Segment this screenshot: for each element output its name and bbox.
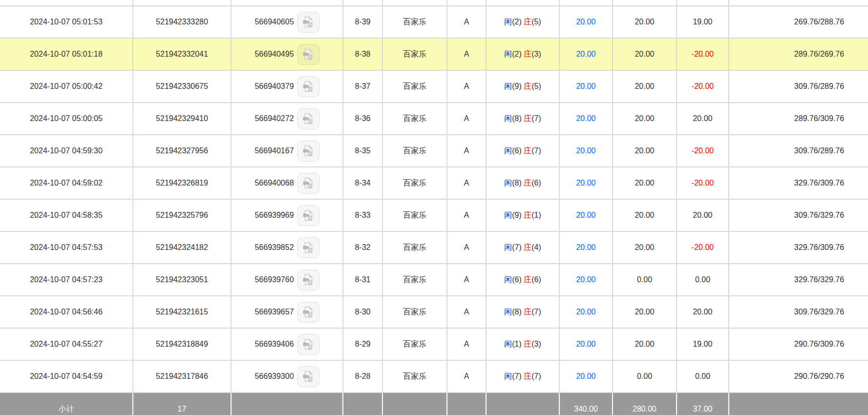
video-replay-button[interactable] [297, 76, 319, 97]
player-score: (2) [512, 18, 522, 26]
bet-amount-cell: 20.00 [559, 167, 613, 199]
bet-amount-link[interactable]: 20.00 [576, 114, 595, 123]
bet-time: 2024-10-07 04:55:27 [0, 328, 133, 360]
banker-label: 庄 [524, 308, 531, 316]
valid-bet-amount: 20.00 [613, 103, 677, 135]
video-replay-button[interactable] [297, 44, 319, 65]
player-label: 闲 [504, 243, 512, 251]
banker-score: (7) [531, 372, 541, 380]
game-number: 566940605 [254, 18, 294, 26]
bet-time: 2024-10-07 05:00:42 [0, 70, 133, 103]
bet-amount-link[interactable]: 20.00 [576, 146, 595, 155]
video-replay-button[interactable] [297, 205, 319, 226]
video-file-icon [302, 145, 315, 157]
balance-before-after: 329.76/329.76 [729, 264, 868, 296]
bet-amount-link[interactable]: 20.00 [576, 82, 595, 90]
bet-time: 2024-10-07 04:57:53 [0, 231, 133, 264]
player-score: (9) [512, 211, 522, 219]
valid-bet-amount: 0.00 [613, 264, 677, 296]
bet-amount-link[interactable]: 20.00 [576, 340, 595, 348]
round-number: 8-33 [343, 199, 382, 231]
video-replay-button[interactable] [297, 173, 319, 194]
balance-before-after: 309.76/289.76 [729, 70, 868, 103]
order-number: 521942330675 [133, 70, 231, 103]
bet-amount-cell: 20.00 [559, 264, 613, 296]
bet-amount-link[interactable]: 20.00 [576, 372, 595, 380]
video-file-icon [302, 273, 315, 286]
video-replay-button[interactable] [297, 108, 319, 129]
table-label: A [447, 38, 486, 70]
round-number: 8-28 [343, 360, 382, 393]
video-replay-button[interactable] [297, 12, 319, 33]
round-number: 8-32 [343, 231, 382, 264]
order-number: 521942326819 [133, 167, 231, 199]
game-result: 闲(7) 庄(4) [486, 231, 559, 264]
banker-score: (7) [531, 308, 541, 316]
player-score: (8) [512, 179, 522, 187]
bet-time: 2024-10-07 04:56:46 [0, 296, 133, 328]
game-number-cell: 566940272 [231, 103, 343, 135]
bet-record-row: 2024-10-07 04:56:46 521942321615 5669396… [0, 296, 868, 328]
subtotal-row: 小计 17 340.00 280.00 37.00 [0, 393, 868, 415]
subtotal-win-loss: 37.00 [677, 393, 729, 415]
banker-label: 庄 [524, 340, 531, 348]
table-label: A [447, 231, 486, 264]
bet-record-row: 2024-10-07 04:58:35 521942325796 5669399… [0, 199, 868, 231]
banker-score: (6) [531, 275, 541, 284]
order-number: 521942327956 [133, 135, 231, 167]
video-file-icon [302, 338, 315, 351]
video-replay-button[interactable] [297, 334, 319, 355]
game-number: 566939300 [254, 372, 294, 381]
video-replay-button[interactable] [297, 141, 319, 162]
win-loss-amount: 19.00 [677, 328, 729, 360]
bet-amount-link[interactable]: 20.00 [576, 179, 595, 187]
bet-amount-link[interactable]: 20.00 [576, 308, 595, 316]
bet-time: 2024-10-07 04:57:23 [0, 264, 133, 296]
bet-amount-link[interactable]: 20.00 [576, 243, 595, 251]
bet-amount-link[interactable]: 20.00 [576, 50, 595, 58]
banker-score: (7) [531, 146, 541, 155]
bet-time: 2024-10-07 05:00:05 [0, 103, 133, 135]
banker-score: (7) [531, 114, 541, 123]
video-replay-button[interactable] [297, 366, 319, 387]
player-score: (9) [512, 82, 522, 90]
table-label: A [447, 167, 486, 199]
order-number: 521942325796 [133, 199, 231, 231]
game-result: 闲(2) 庄(3) [486, 38, 559, 70]
player-score: (8) [512, 114, 522, 123]
bet-amount-link[interactable]: 20.00 [576, 18, 595, 26]
win-loss-amount: 0.00 [677, 360, 729, 393]
win-loss-amount: 19.00 [677, 6, 729, 38]
valid-bet-amount: 20.00 [613, 38, 677, 70]
subtotal-count: 17 [133, 393, 231, 415]
player-score: (6) [512, 275, 522, 284]
bet-time: 2024-10-07 04:59:30 [0, 135, 133, 167]
game-result: 闲(8) 庄(7) [486, 103, 559, 135]
bet-time: 2024-10-07 04:59:02 [0, 167, 133, 199]
game-number-cell: 566940379 [231, 70, 343, 103]
table-label: A [447, 328, 486, 360]
player-score: (6) [512, 146, 522, 155]
game-type: 百家乐 [382, 135, 447, 167]
video-file-icon [302, 306, 315, 318]
win-loss-amount: 20.00 [677, 199, 729, 231]
player-score: (8) [512, 308, 522, 316]
bet-amount-cell: 20.00 [559, 70, 613, 103]
game-type: 百家乐 [382, 199, 447, 231]
game-type: 百家乐 [382, 167, 447, 199]
bet-amount-link[interactable]: 20.00 [576, 211, 595, 219]
player-label: 闲 [504, 340, 512, 348]
video-replay-button[interactable] [297, 237, 319, 258]
round-number: 8-34 [343, 167, 382, 199]
bet-amount-link[interactable]: 20.00 [576, 275, 595, 284]
video-replay-button[interactable] [297, 302, 319, 323]
video-file-icon [302, 112, 315, 125]
round-number: 8-31 [343, 264, 382, 296]
valid-bet-amount: 20.00 [613, 328, 677, 360]
game-number-cell: 566939300 [231, 360, 343, 393]
table-label: A [447, 135, 486, 167]
bet-record-row: 2024-10-07 04:55:27 521942318849 5669394… [0, 328, 868, 360]
order-number: 521942333280 [133, 6, 231, 38]
video-replay-button[interactable] [297, 270, 319, 290]
banker-score: (1) [531, 211, 541, 219]
